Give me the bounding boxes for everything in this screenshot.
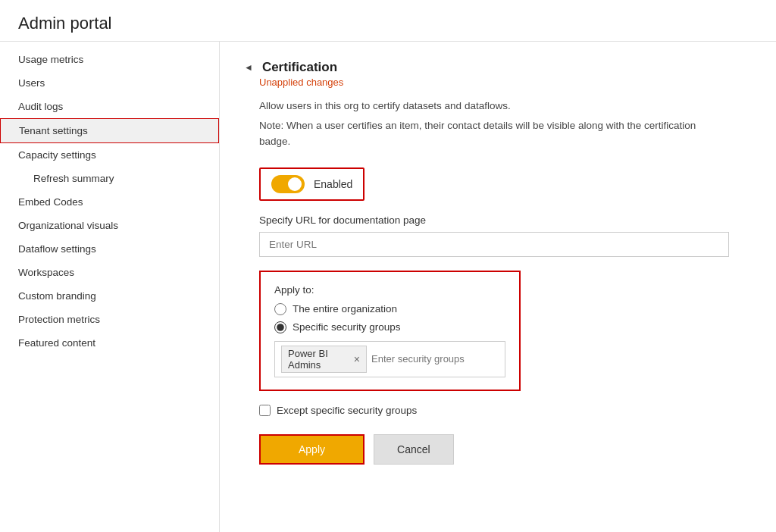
- url-input[interactable]: [259, 232, 729, 257]
- toggle-slider: [271, 175, 305, 193]
- radio-row-specific-groups: Specific security groups: [274, 321, 505, 333]
- sidebar-item-organizational-visuals[interactable]: Organizational visuals: [0, 214, 219, 237]
- section-header: ◄ Certification: [244, 60, 752, 75]
- radio-specific-groups[interactable]: [274, 321, 286, 333]
- sidebar-item-custom-branding[interactable]: Custom branding: [0, 284, 219, 308]
- sidebar-item-tenant-settings[interactable]: Tenant settings: [0, 118, 219, 143]
- sidebar-item-embed-codes[interactable]: Embed Codes: [0, 190, 219, 214]
- sidebar-item-users[interactable]: Users: [0, 71, 219, 95]
- sidebar: Usage metricsUsersAudit logsTenant setti…: [0, 42, 220, 532]
- sidebar-item-refresh-summary[interactable]: Refresh summary: [0, 167, 219, 190]
- tag-power-bi-admins: Power BI Admins ×: [281, 346, 367, 373]
- sidebar-item-capacity-settings[interactable]: Capacity settings: [0, 143, 219, 167]
- description-text-2: Note: When a user certifies an item, the…: [259, 118, 714, 149]
- page-title: Admin portal: [0, 0, 776, 42]
- app-container: Admin portal Usage metricsUsersAudit log…: [0, 0, 776, 532]
- except-checkbox[interactable]: [259, 405, 271, 416]
- section-triangle-icon: ◄: [244, 62, 253, 73]
- except-label: Except specific security groups: [277, 405, 417, 416]
- sidebar-item-featured-content[interactable]: Featured content: [0, 331, 219, 355]
- enabled-toggle[interactable]: [271, 175, 305, 193]
- radio-specific-groups-label: Specific security groups: [293, 321, 401, 333]
- sidebar-item-audit-logs[interactable]: Audit logs: [0, 95, 219, 118]
- main-layout: Usage metricsUsersAudit logsTenant setti…: [0, 42, 776, 532]
- except-row: Except specific security groups: [259, 405, 752, 416]
- description-text-1: Allow users in this org to certify datas…: [259, 99, 714, 114]
- section-title: Certification: [262, 60, 337, 75]
- toggle-label: Enabled: [314, 178, 352, 190]
- sidebar-item-dataflow-settings[interactable]: Dataflow settings: [0, 237, 219, 261]
- sidebar-item-usage-metrics[interactable]: Usage metrics: [0, 48, 219, 71]
- url-section: Specify URL for documentation page: [259, 214, 752, 257]
- url-label: Specify URL for documentation page: [259, 214, 752, 226]
- radio-entire-org-label: The entire organization: [293, 303, 397, 315]
- apply-to-label: Apply to:: [274, 284, 505, 296]
- apply-to-box: Apply to: The entire organization Specif…: [259, 271, 521, 391]
- security-group-input-row: Power BI Admins ×: [274, 341, 505, 377]
- unapplied-changes-text: Unapplied changes: [259, 77, 752, 88]
- tag-label: Power BI Admins: [288, 348, 349, 371]
- radio-entire-org[interactable]: [274, 303, 286, 315]
- apply-button[interactable]: Apply: [259, 434, 365, 465]
- sidebar-item-protection-metrics[interactable]: Protection metrics: [0, 308, 219, 331]
- tag-remove-icon[interactable]: ×: [354, 353, 360, 365]
- sidebar-item-workspaces[interactable]: Workspaces: [0, 261, 219, 284]
- security-group-input[interactable]: [371, 353, 499, 365]
- content-area: ◄ Certification Unapplied changes Allow …: [220, 42, 776, 532]
- cancel-button[interactable]: Cancel: [374, 434, 454, 465]
- radio-row-entire-org: The entire organization: [274, 303, 505, 315]
- buttons-row: Apply Cancel: [259, 434, 752, 465]
- toggle-container: Enabled: [259, 167, 365, 201]
